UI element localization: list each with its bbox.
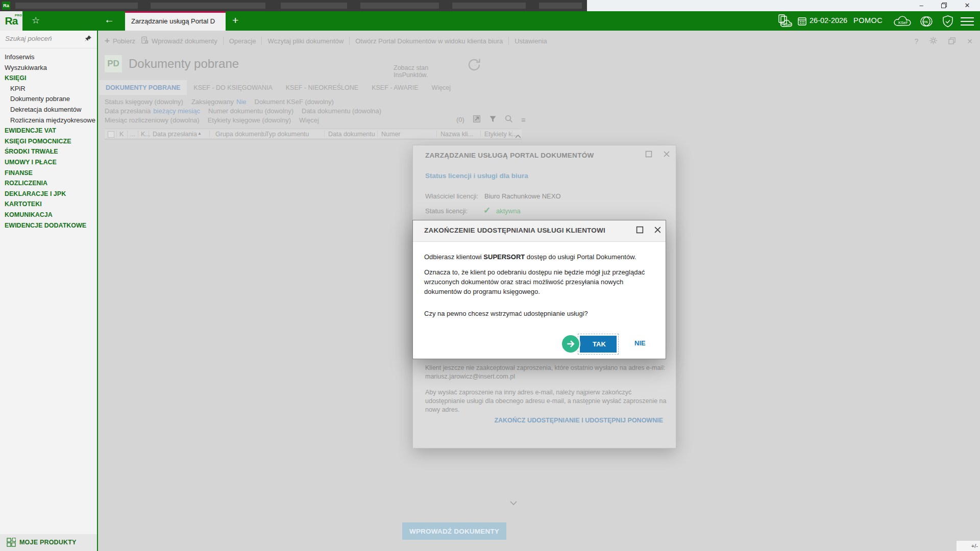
new-tab-plus-icon[interactable]: + — [232, 14, 238, 27]
column-grupa-dokumentu[interactable]: Grupa dokumentu — [215, 131, 266, 138]
filter-numer-dokumentu-dowolny[interactable]: Numer dokumentu (dowolny) — [208, 107, 293, 115]
list-menu-icon[interactable]: ≡ — [521, 115, 526, 124]
ksef-cloud-icon[interactable]: KSeF — [892, 15, 915, 30]
sidebar-item-deklaracje-i-jpk[interactable]: DEKLARACJE I JPK — [0, 189, 97, 199]
insert-account-icon[interactable]: Ins — [919, 15, 934, 30]
confirm-text-1: Odbierasz klientowi SUPERSORT dostęp do … — [424, 252, 658, 262]
ribbon-action-otwórz-portal-dokumentów-w-widoku-klienta-biura[interactable]: Otwórz Portal Dokumentów w widoku klient… — [355, 37, 503, 45]
gear-icon[interactable] — [929, 37, 937, 46]
app-logo[interactable]: Ra PRO — [0, 11, 22, 31]
invitation-email: mariusz.jarowicz@insert.com.pl — [425, 373, 515, 380]
maximize-icon[interactable] — [636, 226, 645, 235]
wprowadz-dokumenty-button[interactable]: WPROWADŹ DOKUMENTY — [402, 522, 506, 540]
nie-button[interactable]: NIE — [631, 339, 649, 347]
column-nazwa-kli[interactable]: Nazwa kli... — [440, 131, 473, 138]
close-module-icon[interactable]: ✕ — [967, 37, 973, 45]
sidebar-item-finanse[interactable]: FINANSE — [0, 168, 97, 179]
column-typ-dokumentu[interactable]: Typ dokumentu — [265, 131, 309, 138]
close-icon[interactable] — [663, 151, 672, 160]
column-numer[interactable]: Numer — [381, 131, 401, 138]
tak-button[interactable]: TAK — [580, 336, 617, 353]
filter-data-dokumentu-dowolna[interactable]: Data dokumentu (dowolna) — [302, 107, 381, 115]
sidebar-item-ewidencje-vat[interactable]: EWIDENCJE VAT — [0, 126, 97, 136]
restore-button[interactable] — [935, 0, 952, 11]
calendar-icon[interactable] — [798, 17, 806, 28]
tab-zarzadzanie-usluga-portal[interactable]: Zarządzanie usługą Portal D — [125, 11, 226, 31]
sidebar-item-księgi-pomocnicze[interactable]: KSIĘGI POMOCNICZE — [0, 136, 97, 147]
sidebar-item-rozliczenia[interactable]: ROZLICZENIA — [0, 178, 97, 189]
column-divider — [480, 131, 481, 137]
tab-ksef-nieokreślone[interactable]: KSEF - NIEOKREŚLONE — [279, 80, 365, 95]
sidebar-item-kartoteki[interactable]: KARTOTEKI — [0, 199, 97, 210]
window-titlebar: Ra – ✕ — [0, 0, 980, 11]
sidebar-item-dokumenty-pobrane[interactable]: Dokumenty pobrane — [0, 94, 97, 105]
export-icon[interactable] — [473, 115, 481, 124]
current-date[interactable]: 26-02-2026 — [810, 16, 847, 24]
sidebar-item-ewidencje-dodatkowe[interactable]: EWIDENCJE DODATKOWE — [0, 220, 97, 231]
column-divider — [209, 131, 210, 137]
sidebar-item-rozliczenia-międzyokresowe[interactable]: Rozliczenia międzyokresowe — [0, 115, 97, 126]
shield-check-icon[interactable] — [942, 15, 953, 30]
sidebar-item-infoserwis[interactable]: Infoserwis — [0, 52, 97, 63]
column-data-przesłania[interactable]: Data przesłania — [153, 131, 197, 138]
filter-status-księgowy-dowolny[interactable]: Status księgowy (dowolny) — [105, 98, 183, 106]
help-icon[interactable]: ? — [914, 37, 918, 45]
zakoncz-udostepnianie-link[interactable]: ZAKOŃCZ UDOSTĘPNIANIE I UDOSTĘPNIJ PONOW… — [413, 417, 663, 424]
redacted-block — [360, 3, 439, 9]
confirm-text-2: Oznacza to, że klient po odebraniu dostę… — [424, 267, 658, 296]
tab-ksef-awarie[interactable]: KSEF - AWARIE — [365, 80, 425, 95]
sidebar-item-wyszukiwarka[interactable]: Wyszukiwarka — [0, 63, 97, 73]
sidebar-item-księgi[interactable]: KSIĘGI — [0, 73, 97, 84]
command-search[interactable]: Szukaj poleceń — [0, 31, 97, 48]
inspunkty-link[interactable]: Zobacz stan InsPunktów. — [394, 64, 462, 79]
confirm-arrow-icon[interactable] — [561, 334, 580, 354]
filter-funnel-icon[interactable] — [489, 115, 497, 124]
ribbon-action-pobierz[interactable]: +Pobierz — [105, 37, 135, 45]
ribbon-action-wczytaj-pliki-dokumentów[interactable]: Wczytaj pliki dokumentów — [267, 37, 344, 45]
module-ribbon: +PobierzWprowadź dokumentyOperacjeWczyta… — [105, 36, 547, 46]
filter-dokument-ksef-dowolny[interactable]: Dokument KSeF (dowolny) — [255, 98, 334, 106]
column-[interactable]: ... — [130, 131, 135, 138]
favorites-star-icon[interactable]: ☆ — [32, 15, 40, 26]
filter-data-przesłania[interactable]: Data przesłaniabieżący miesiąc — [105, 107, 200, 115]
back-arrow-icon[interactable]: ← — [104, 14, 114, 26]
ribbon-action-ustawienia[interactable]: Ustawienia — [514, 37, 547, 45]
ribbon-separator — [261, 37, 262, 45]
sidebar-item-środki-trwałe[interactable]: ŚRODKI TRWAŁE — [0, 146, 97, 157]
tab-ksef-do-księgowania[interactable]: KSEF - DO KSIĘGOWANIA — [187, 80, 279, 95]
sidebar-item-dekretacja-dokumentów[interactable]: Dekretacja dokumentów — [0, 105, 97, 115]
sidebar-item-komunikacja[interactable]: KOMUNIKACJA — [0, 210, 97, 220]
column-k[interactable]: K — [119, 131, 124, 138]
filter-więcej[interactable]: Więcej — [299, 116, 319, 124]
tab-więcej[interactable]: Więcej — [425, 80, 458, 95]
maximize-icon[interactable] — [645, 151, 654, 160]
filter-miesiąc-rozliczeniowy-dowolna[interactable]: Miesiąc rozliczeniowy (dowolna) — [105, 116, 200, 124]
ribbon-action-operacje[interactable]: Operacje — [229, 37, 256, 45]
close-button[interactable]: ✕ — [959, 0, 976, 11]
sidebar-item-kpir[interactable]: KPiR — [0, 84, 97, 94]
duplicate-window-icon[interactable] — [948, 37, 955, 46]
column-divider — [138, 131, 139, 137]
sidebar-menu: InfoserwisWyszukiwarkaKSIĘGIKPiRDokument… — [0, 52, 97, 231]
filter-etykiety-księgowe-dowolny[interactable]: Etykiety księgowe (dowolny) — [208, 116, 291, 124]
hamburger-menu-icon[interactable] — [961, 17, 974, 28]
select-all-checkbox[interactable] — [108, 131, 114, 138]
search-list-icon[interactable] — [505, 115, 513, 124]
pin-icon[interactable] — [85, 35, 92, 44]
filter-zaksięgowany[interactable]: ZaksięgowanyNie — [191, 98, 247, 106]
refresh-icon[interactable] — [467, 57, 482, 74]
zoom-control[interactable]: +/- — [957, 541, 980, 551]
sidebar-item-umowy-i-płace[interactable]: UMOWY I PŁACE — [0, 157, 97, 168]
minimize-button[interactable]: – — [913, 0, 930, 11]
help-menu[interactable]: POMOC — [853, 16, 883, 24]
ksef-documents-icon[interactable]: KSeF — [776, 14, 794, 30]
scroll-down-chevron-icon[interactable] — [509, 498, 518, 508]
ribbon-action-wprowadź-dokumenty[interactable]: Wprowadź dokumenty — [141, 36, 217, 45]
sidebar-footer-my-products[interactable]: MOJE PRODUKTY — [0, 534, 97, 551]
dialog-title: ZAKOŃCZENIE UDOSTĘPNIANIA USŁUGI KLIENTO… — [424, 227, 605, 234]
column-divider — [377, 131, 378, 137]
column-divider — [149, 131, 150, 137]
column-data-dokumentu[interactable]: Data dokumentu — [328, 131, 375, 138]
tab-dokumenty-pobrane[interactable]: DOKUMENTY POBRANE — [99, 80, 187, 95]
close-icon[interactable] — [654, 226, 663, 235]
